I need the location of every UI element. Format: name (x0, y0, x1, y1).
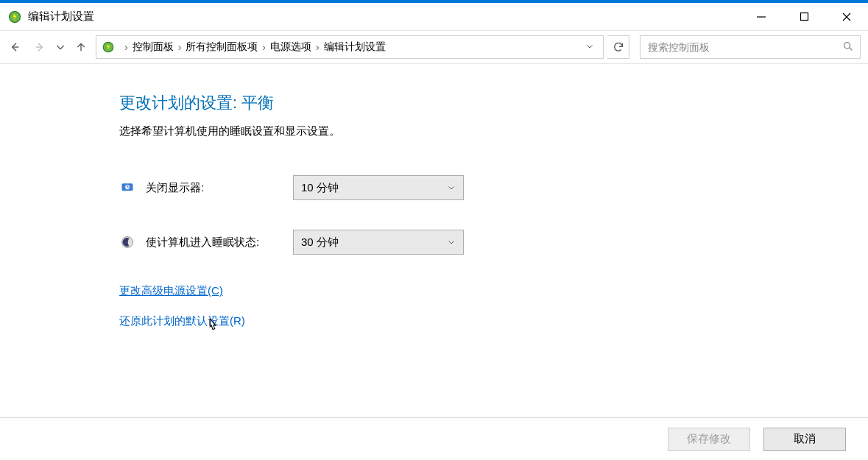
power-icon (7, 10, 22, 24)
save-button: 保存修改 (668, 428, 750, 451)
sleep-select[interactable]: 30 分钟 (293, 230, 464, 255)
footer: 保存修改 取消 (0, 417, 868, 460)
breadcrumb-item[interactable]: 电源选项 (270, 40, 311, 54)
chevron-down-icon[interactable] (585, 41, 599, 53)
breadcrumb-item[interactable]: 编辑计划设置 (324, 40, 386, 54)
content-area: 更改计划的设置: 平衡 选择希望计算机使用的睡眠设置和显示设置。 关闭显示器: … (0, 64, 868, 417)
chevron-down-icon (447, 236, 456, 249)
nav-bar: › 控制面板 › 所有控制面板项 › 电源选项 › 编辑计划设置 (0, 31, 868, 64)
recent-dropdown[interactable] (54, 37, 66, 57)
svg-line-9 (850, 48, 852, 50)
sleep-value: 30 分钟 (301, 236, 339, 250)
breadcrumb-item[interactable]: 控制面板 (133, 40, 174, 54)
power-icon (101, 40, 116, 54)
sleep-label: 使计算机进入睡眠状态: (146, 236, 293, 250)
cancel-button[interactable]: 取消 (763, 428, 846, 451)
display-off-label: 关闭显示器: (146, 181, 293, 195)
setting-row-display-off: 关闭显示器: 10 分钟 (119, 175, 868, 200)
refresh-button[interactable] (607, 35, 629, 59)
up-button[interactable] (71, 37, 91, 57)
search-box[interactable] (640, 35, 861, 59)
breadcrumb[interactable]: › 控制面板 › 所有控制面板项 › 电源选项 › 编辑计划设置 (96, 35, 604, 59)
svg-point-8 (844, 42, 850, 48)
sleep-icon (119, 234, 135, 250)
setting-row-sleep: 使计算机进入睡眠状态: 30 分钟 (119, 230, 868, 255)
search-icon[interactable] (842, 40, 854, 54)
display-off-select[interactable]: 10 分钟 (293, 175, 464, 200)
breadcrumb-sep: › (313, 41, 322, 53)
search-input[interactable] (646, 40, 842, 54)
svg-rect-2 (800, 13, 808, 21)
title-bar: 编辑计划设置 (0, 3, 868, 31)
chevron-down-icon (447, 182, 456, 194)
page-subtext: 选择希望计算机使用的睡眠设置和显示设置。 (119, 124, 868, 138)
close-button[interactable] (825, 3, 868, 30)
breadcrumb-sep: › (121, 41, 131, 53)
page-heading: 更改计划的设置: 平衡 (119, 92, 868, 114)
minimize-button[interactable] (740, 3, 783, 30)
display-off-value: 10 分钟 (301, 181, 339, 195)
forward-button[interactable] (29, 37, 50, 57)
back-button[interactable] (4, 37, 25, 57)
display-off-icon (119, 180, 135, 196)
breadcrumb-item[interactable]: 所有控制面板项 (186, 40, 258, 54)
breadcrumb-sep: › (175, 41, 185, 53)
maximize-button[interactable] (783, 3, 825, 30)
restore-defaults-link[interactable]: 还原此计划的默认设置(R) (119, 314, 245, 328)
window-title: 编辑计划设置 (28, 10, 94, 24)
advanced-power-link[interactable]: 更改高级电源设置(C) (119, 284, 223, 298)
breadcrumb-sep: › (259, 41, 269, 53)
